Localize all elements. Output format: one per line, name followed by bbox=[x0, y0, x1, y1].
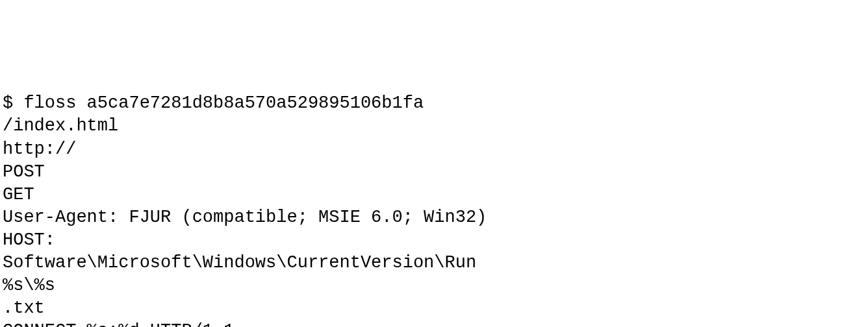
terminal-line: HOST: bbox=[3, 229, 865, 252]
terminal-line: http:// bbox=[3, 138, 865, 161]
terminal-line: GET bbox=[3, 184, 865, 206]
terminal-line: CONNECT %s:%d HTTP/1.1 bbox=[3, 320, 865, 327]
terminal-line: /index.html bbox=[3, 115, 865, 138]
terminal-line: User-Agent: FJUR (compatible; MSIE 6.0; … bbox=[3, 206, 865, 229]
terminal-output: $ floss a5ca7e7281d8b8a570a529895106b1fa… bbox=[3, 92, 865, 327]
terminal-line: Software\Microsoft\Windows\CurrentVersio… bbox=[3, 252, 865, 274]
terminal-line: POST bbox=[3, 161, 865, 184]
terminal-line: %s\%s bbox=[3, 274, 865, 297]
terminal-line: $ floss a5ca7e7281d8b8a570a529895106b1fa bbox=[3, 92, 865, 115]
terminal-line: .txt bbox=[3, 297, 865, 320]
